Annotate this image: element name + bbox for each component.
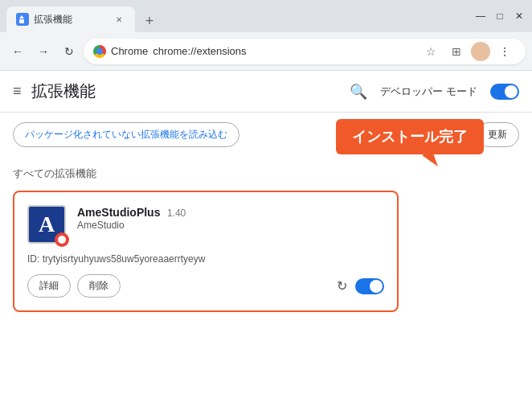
dev-mode-label: デベロッパー モード (380, 84, 477, 99)
install-complete-toast: インストール完了 (336, 119, 484, 154)
chrome-menu-button[interactable]: ⋮ (493, 40, 516, 63)
extension-toggle[interactable] (355, 278, 384, 294)
hamburger-icon[interactable]: ≡ (13, 83, 22, 100)
new-tab-button[interactable]: + (138, 10, 161, 32)
tab-title: 拡張機能 (34, 13, 108, 27)
delete-button[interactable]: 削除 (77, 274, 121, 298)
tab-close-button[interactable]: ✕ (113, 13, 125, 26)
extension-icon-container: A (27, 205, 66, 244)
refresh-button[interactable]: ↻ (58, 40, 80, 63)
extension-footer: 詳細 削除 ↻ (27, 274, 384, 298)
bookmark-icon[interactable]: ☆ (419, 40, 442, 63)
page-title: 拡張機能 (31, 80, 96, 102)
header-right: 🔍 デベロッパー モード (350, 83, 519, 101)
svg-rect-0 (19, 19, 24, 23)
footer-right: ↻ (337, 278, 384, 294)
address-box[interactable]: Chrome chrome://extensions ☆ ⊞ ⋮ (84, 39, 526, 64)
extension-name-line: AmeStudioPlus 1.40 (77, 205, 384, 220)
badge-inner (58, 236, 66, 244)
window-controls: — □ ✕ (474, 10, 526, 23)
section-title: すべての拡張機能 (13, 166, 519, 181)
extension-version: 1.40 (167, 208, 186, 219)
avatar[interactable] (471, 42, 490, 61)
extensions-icon[interactable]: ⊞ (445, 40, 468, 63)
address-action-icons: ☆ ⊞ ⋮ (419, 40, 516, 63)
maximize-button[interactable]: □ (493, 10, 506, 23)
titlebar: 拡張機能 ✕ + — □ ✕ (0, 0, 532, 32)
back-button[interactable]: ← (6, 40, 29, 63)
forward-button[interactable]: → (32, 40, 55, 63)
load-unpacked-button[interactable]: パッケージ化されていない拡張機能を読み込む (13, 122, 239, 147)
chrome-logo-icon (93, 45, 106, 58)
extension-card: A AmeStudioPlus 1.40 AmeStudio ID: tryty… (13, 191, 399, 312)
search-icon[interactable]: 🔍 (350, 83, 367, 101)
extension-author: AmeStudio (77, 220, 384, 231)
extension-name: AmeStudioPlus (77, 206, 160, 219)
detail-button[interactable]: 詳細 (27, 274, 71, 298)
chrome-brand-label: Chrome (111, 45, 148, 57)
extension-id: ID: trytyisrtyuhyuws58uw5yoreaaerr​tyeyw (27, 253, 384, 265)
url-text: chrome://extensions (153, 45, 415, 57)
actions-bar: パッケージ化されていない拡張機能を読み込む インストール完了 更新 (0, 113, 532, 157)
dev-mode-toggle[interactable] (490, 84, 519, 100)
extension-info: AmeStudioPlus 1.40 AmeStudio (77, 205, 384, 231)
minimize-button[interactable]: — (474, 10, 487, 23)
page-content: ≡ 拡張機能 🔍 デベロッパー モード パッケージ化されていない拡張機能を読み込… (0, 71, 532, 415)
reload-icon[interactable]: ↻ (337, 278, 347, 294)
active-tab[interactable]: 拡張機能 ✕ (6, 6, 135, 32)
close-window-button[interactable]: ✕ (513, 10, 526, 23)
extension-top: A AmeStudioPlus 1.40 AmeStudio (27, 205, 384, 244)
extensions-header: ≡ 拡張機能 🔍 デベロッパー モード (0, 71, 532, 113)
extensions-section: すべての拡張機能 A AmeStudioPlus 1.40 AmeStudio (0, 157, 532, 322)
tab-area: 拡張機能 ✕ + (6, 0, 161, 32)
tab-favicon (16, 13, 29, 26)
addressbar: ← → ↻ Chrome chrome://extensions ☆ ⊞ ⋮ (0, 32, 532, 71)
extension-badge-icon (55, 232, 69, 247)
